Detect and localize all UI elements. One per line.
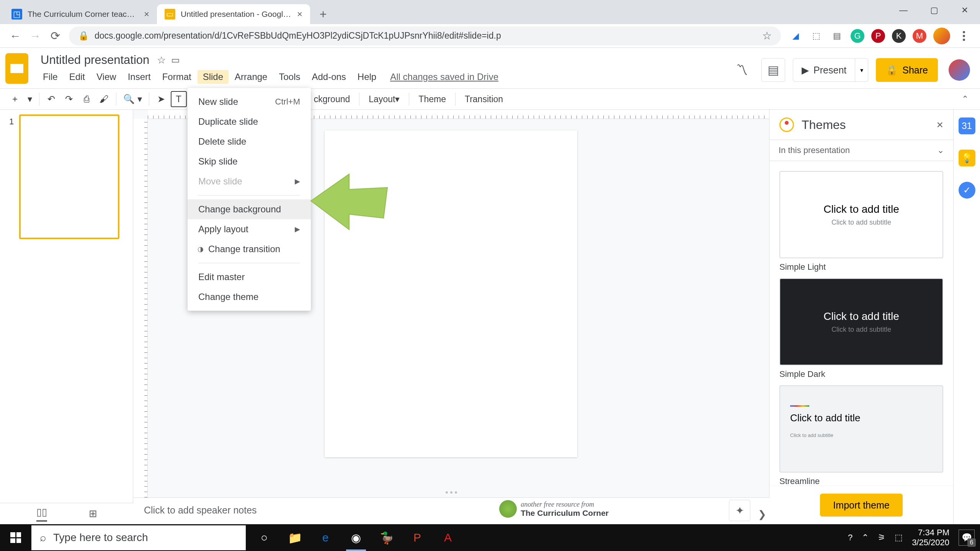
- menu-slide[interactable]: Slide: [198, 70, 229, 84]
- tasks-icon[interactable]: ✓: [959, 182, 975, 199]
- chrome-icon[interactable]: ◉: [341, 524, 371, 551]
- reload-button[interactable]: ⟳: [45, 26, 65, 46]
- theme-card-streamline[interactable]: Click to add title Click to add subtitle…: [779, 385, 943, 486]
- minimize-button[interactable]: —: [888, 0, 919, 21]
- keep-icon[interactable]: 💡: [959, 150, 975, 166]
- clock[interactable]: 7:34 PM 3/25/2020: [912, 528, 949, 548]
- skip-slide-item[interactable]: Skip slide: [188, 152, 311, 171]
- background-button[interactable]: ckground: [309, 91, 356, 107]
- zoom-button[interactable]: 🔍 ▾: [120, 91, 145, 107]
- change-background-item[interactable]: Change background: [188, 199, 311, 219]
- wifi-icon[interactable]: ⚞: [878, 533, 885, 543]
- edit-master-item[interactable]: Edit master: [188, 267, 311, 287]
- move-slide-item[interactable]: Move slide ▶: [188, 171, 311, 191]
- themes-list: Click to add title Click to add subtitle…: [769, 161, 953, 486]
- slide-thumbnail-1[interactable]: [19, 114, 119, 239]
- present-button[interactable]: ▶ Present: [793, 58, 855, 82]
- star-icon[interactable]: ☆: [157, 54, 166, 66]
- close-window-button[interactable]: ✕: [949, 0, 980, 21]
- duck-icon[interactable]: 🦆: [371, 524, 402, 551]
- grid-view-icon[interactable]: ⊞: [89, 508, 97, 520]
- account-avatar[interactable]: [949, 59, 970, 81]
- close-icon[interactable]: ×: [144, 9, 149, 20]
- ext-icon-gmail[interactable]: M: [913, 29, 926, 43]
- help-icon[interactable]: ?: [848, 533, 853, 543]
- profile-avatar[interactable]: [933, 28, 950, 44]
- theme-card-simple-dark[interactable]: Click to add title Click to add subtitle…: [779, 278, 943, 379]
- move-folder-icon[interactable]: ▭: [171, 55, 180, 65]
- close-icon[interactable]: ×: [936, 118, 943, 131]
- new-slide-button[interactable]: +: [7, 91, 23, 107]
- layout-button[interactable]: Layout ▾: [363, 91, 405, 107]
- menu-file[interactable]: File: [38, 70, 63, 84]
- duplicate-slide-item[interactable]: Duplicate slide: [188, 112, 311, 132]
- slides-logo-icon[interactable]: [5, 53, 28, 84]
- document-title[interactable]: Untitled presentation: [38, 52, 152, 68]
- print-button[interactable]: ⎙: [78, 91, 95, 107]
- activity-icon[interactable]: 〽: [730, 58, 754, 82]
- share-button[interactable]: 🔒 Share: [876, 58, 938, 82]
- new-tab-button[interactable]: +: [314, 5, 332, 23]
- explore-button[interactable]: ✦: [729, 500, 750, 521]
- chrome-menu-button[interactable]: [957, 31, 971, 41]
- dropbox-tray-icon[interactable]: ⬚: [895, 533, 903, 543]
- ext-icon-dropbox[interactable]: ⬚: [809, 29, 823, 43]
- menu-format[interactable]: Format: [157, 70, 197, 84]
- present-dropdown[interactable]: ▾: [855, 58, 868, 82]
- maximize-button[interactable]: ▢: [919, 0, 949, 21]
- taskbar-search[interactable]: ⌕ Type here to search: [31, 525, 246, 550]
- apply-layout-item[interactable]: Apply layout ▶: [188, 219, 311, 239]
- notes-drag-handle[interactable]: [446, 491, 457, 494]
- redo-button[interactable]: ↷: [61, 91, 77, 107]
- browser-tab-0[interactable]: ◳ The Curriculum Corner teachers ×: [4, 4, 157, 24]
- tray-expand-icon[interactable]: ⌃: [862, 533, 869, 543]
- cortana-icon[interactable]: ○: [249, 524, 279, 551]
- change-theme-item[interactable]: Change theme: [188, 287, 311, 307]
- delete-slide-item[interactable]: Delete slide: [188, 132, 311, 152]
- powerpoint-icon[interactable]: P: [402, 524, 433, 551]
- textbox-tool[interactable]: T: [171, 91, 187, 107]
- save-status[interactable]: All changes saved in Drive: [390, 72, 498, 82]
- edge-icon[interactable]: e: [310, 524, 341, 551]
- lock-icon: 🔒: [78, 31, 89, 41]
- forward-button[interactable]: →: [25, 26, 45, 46]
- filmstrip-view-icon[interactable]: ▯▯: [36, 506, 47, 522]
- themes-filter[interactable]: In this presentation ⌄: [769, 140, 953, 161]
- ext-icon-grammarly[interactable]: G: [851, 29, 864, 43]
- collapse-toolbar[interactable]: ⌃: [957, 94, 973, 104]
- ext-icon-pinterest[interactable]: P: [871, 29, 885, 43]
- transition-button[interactable]: Transition: [459, 91, 508, 107]
- theme-card-simple-light[interactable]: Click to add title Click to add subtitle…: [779, 171, 943, 272]
- menu-tools[interactable]: Tools: [273, 70, 305, 84]
- theme-button[interactable]: Theme: [413, 91, 451, 107]
- file-explorer-icon[interactable]: 📁: [279, 524, 310, 551]
- browser-tab-1[interactable]: ▭ Untitled presentation - Google Sl ×: [157, 4, 310, 24]
- menu-arrange[interactable]: Arrange: [229, 70, 273, 84]
- acrobat-icon[interactable]: A: [433, 524, 463, 551]
- start-button[interactable]: [0, 524, 31, 551]
- undo-button[interactable]: ↶: [43, 91, 59, 107]
- ext-icon-reader[interactable]: ▤: [830, 29, 844, 43]
- change-transition-item[interactable]: ◑ Change transition: [188, 239, 311, 259]
- ext-icon-k[interactable]: K: [892, 29, 906, 43]
- star-icon[interactable]: ☆: [762, 29, 772, 42]
- menu-addons[interactable]: Add-ons: [306, 70, 351, 84]
- menu-view[interactable]: View: [91, 70, 122, 84]
- import-theme-button[interactable]: Import theme: [820, 494, 902, 517]
- select-tool[interactable]: ➤: [153, 91, 169, 107]
- menu-insert[interactable]: Insert: [122, 70, 156, 84]
- action-center-icon[interactable]: 💬6: [959, 530, 975, 546]
- comments-icon[interactable]: ▤: [761, 58, 785, 82]
- ext-icon-1[interactable]: ◢: [789, 29, 802, 43]
- speaker-notes[interactable]: Click to add speaker notes another free …: [133, 497, 769, 524]
- new-slide-dropdown[interactable]: ▾: [24, 91, 35, 107]
- side-panel-next[interactable]: ❯: [758, 509, 766, 520]
- menu-edit[interactable]: Edit: [64, 70, 90, 84]
- calendar-icon[interactable]: 31: [959, 117, 975, 134]
- close-icon[interactable]: ×: [297, 9, 302, 20]
- paint-format-button[interactable]: 🖌: [96, 91, 112, 107]
- new-slide-item[interactable]: New slide Ctrl+M: [188, 92, 311, 112]
- address-bar[interactable]: 🔒 docs.google.com/presentation/d/1CvReFS…: [69, 26, 781, 46]
- menu-help[interactable]: Help: [352, 70, 382, 84]
- back-button[interactable]: ←: [5, 26, 25, 46]
